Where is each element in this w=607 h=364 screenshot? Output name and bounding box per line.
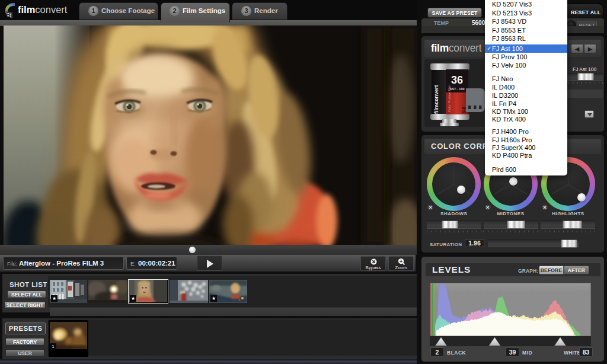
svg-text:AST - 100: AST - 100: [449, 87, 464, 91]
svg-text:filmconvert: filmconvert: [433, 85, 439, 114]
svg-text:DX: DX: [462, 108, 467, 112]
svg-text:Color Positive Film: Color Positive Film: [448, 85, 451, 112]
svg-text:36: 36: [451, 74, 463, 86]
